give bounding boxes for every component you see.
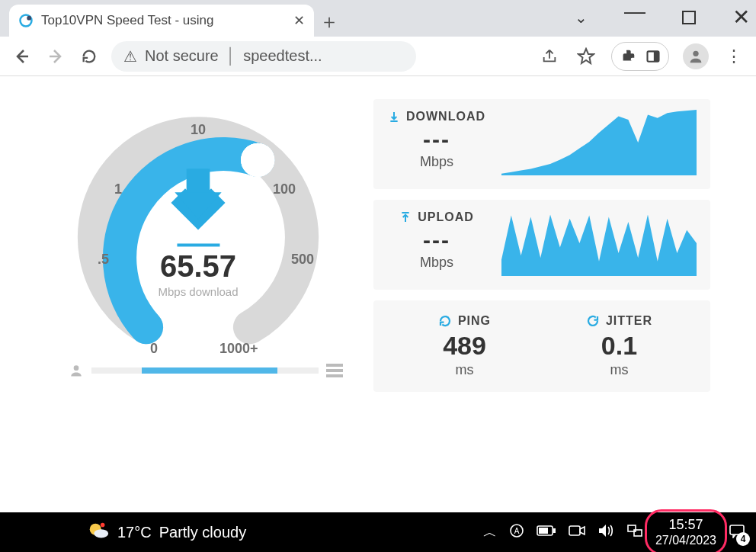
svg-point-10 (94, 529, 108, 538)
browser-tab[interactable]: Top10VPN Speed Test - using ✕ (9, 5, 314, 37)
jitter-label: JITTER (606, 314, 652, 328)
highlight-ring (645, 509, 727, 552)
profile-avatar[interactable] (683, 43, 709, 69)
tab-close-icon[interactable]: ✕ (293, 12, 305, 29)
forward-icon (44, 47, 67, 66)
minimize-icon[interactable]: — (624, 0, 645, 24)
download-unit: Mbps (420, 154, 453, 170)
camera-icon[interactable] (569, 524, 585, 541)
browser-toolbar: ⚠ Not secure │ speedtest... ⋮ (0, 37, 756, 76)
download-arrow-icon (158, 159, 238, 239)
svg-point-4 (693, 50, 698, 56)
security-label: Not secure (145, 47, 219, 65)
svg-rect-16 (553, 528, 556, 533)
battery-icon[interactable] (537, 525, 556, 540)
extensions-pill[interactable] (611, 42, 669, 71)
upload-unit: Mbps (420, 255, 453, 271)
tab-title: Top10VPN Speed Test - using (41, 13, 286, 28)
gauge-tick-100: 100 (273, 181, 296, 197)
windows-taskbar[interactable]: 17°C Partly cloudy ︿ A 15:57 27/04/2023 … (0, 512, 756, 552)
download-card: DOWNLOAD --- Mbps (373, 99, 710, 189)
download-icon (388, 111, 400, 123)
volume-icon[interactable] (597, 523, 614, 541)
upload-card: UPLOAD --- Mbps (373, 200, 710, 290)
maximize-icon[interactable] (682, 11, 696, 24)
chevron-down-icon[interactable]: ⌄ (575, 8, 588, 27)
close-icon[interactable]: ✕ (732, 5, 750, 30)
gauge-tick-500: 500 (291, 252, 314, 268)
window-titlebar: Top10VPN Speed Test - using ✕ ＋ ⌄ — ✕ (0, 0, 756, 37)
gauge-tick-05: .5 (98, 252, 109, 268)
notifications-icon[interactable]: 4 (729, 523, 745, 541)
upload-icon (399, 211, 412, 223)
omnibox-separator: │ (226, 47, 236, 65)
language-icon[interactable]: A (509, 523, 524, 541)
jitter-icon (586, 314, 600, 328)
gauge-tick-10: 10 (191, 122, 206, 138)
network-icon[interactable] (626, 523, 643, 541)
svg-point-1 (27, 16, 31, 21)
taskbar-clock[interactable]: 15:57 27/04/2023 (655, 517, 716, 548)
svg-rect-15 (539, 528, 548, 534)
download-sparkline (501, 110, 697, 175)
tab-favicon (18, 13, 34, 28)
gauge-unit-label: Mbps download (158, 286, 238, 299)
gauge-underline (177, 244, 219, 247)
weather-temp: 17°C (117, 524, 152, 541)
share-icon[interactable] (538, 48, 561, 65)
svg-text:A: A (514, 527, 520, 535)
gauge-tick-1000: 1000+ (219, 341, 258, 357)
download-label: DOWNLOAD (406, 110, 485, 124)
jitter-unit: ms (610, 362, 629, 378)
ping-unit: ms (456, 362, 474, 378)
upload-sparkline (501, 210, 697, 276)
sidepanel-icon (645, 49, 661, 64)
puzzle-icon (620, 48, 636, 65)
server-icon (326, 364, 343, 377)
connection-row (69, 363, 343, 378)
reload-icon[interactable] (78, 48, 101, 65)
new-tab-button[interactable]: ＋ (314, 6, 344, 37)
bookmark-star-icon[interactable] (575, 47, 597, 66)
upload-label: UPLOAD (418, 210, 474, 224)
ping-jitter-card: PING 489 ms JITTER 0.1 ms (373, 300, 710, 392)
url-text: speedtest... (243, 47, 322, 65)
gauge-value: 65.57 (158, 250, 238, 284)
ping-icon (438, 314, 452, 328)
svg-point-11 (101, 522, 105, 527)
gauge-tick-1: 1 (114, 181, 122, 197)
kebab-menu-icon[interactable]: ⋮ (722, 47, 745, 66)
address-bar[interactable]: ⚠ Not secure │ speedtest... (111, 41, 416, 72)
weather-icon (87, 519, 110, 546)
connection-bar (91, 367, 319, 374)
jitter-value: 0.1 (601, 331, 637, 361)
notification-count: 4 (736, 532, 750, 546)
weather-desc: Partly cloudy (159, 524, 247, 541)
not-secure-icon: ⚠ (123, 47, 137, 66)
back-icon[interactable] (11, 47, 34, 66)
gauge-tick-0: 0 (150, 341, 158, 357)
speed-gauge: 0 .5 1 10 100 500 1000+ 65.57 Mbps downl… (69, 99, 343, 404)
page-content: 0 .5 1 10 100 500 1000+ 65.57 Mbps downl… (0, 76, 756, 512)
client-icon (69, 363, 84, 378)
svg-rect-17 (569, 526, 580, 535)
upload-value: --- (423, 227, 450, 253)
weather-widget[interactable]: 17°C Partly cloudy (87, 519, 246, 546)
tray-overflow-icon[interactable]: ︿ (483, 523, 497, 541)
ping-value: 489 (443, 331, 486, 361)
download-value: --- (423, 127, 450, 152)
window-controls: ⌄ — ✕ (575, 5, 750, 30)
system-tray: ︿ A 15:57 27/04/2023 4 (483, 517, 745, 548)
svg-point-7 (241, 143, 274, 177)
svg-point-8 (74, 365, 79, 371)
svg-rect-3 (654, 51, 659, 61)
ping-label: PING (458, 314, 491, 328)
